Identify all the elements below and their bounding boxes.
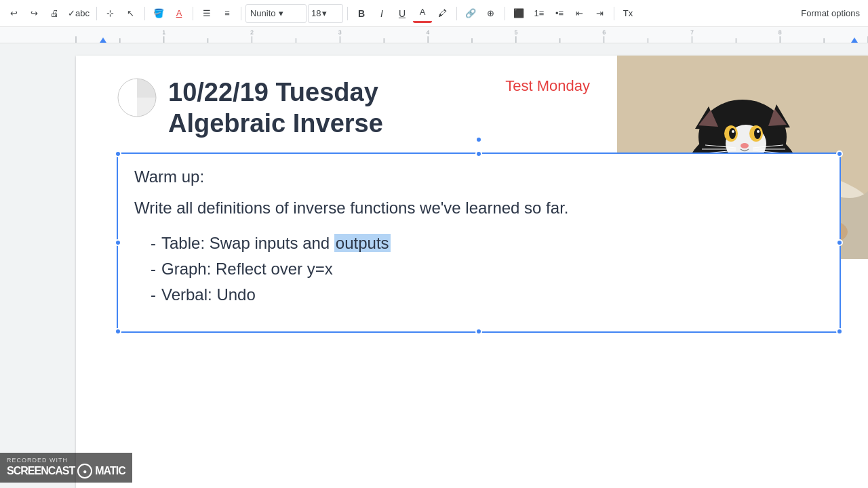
format-options-label[interactable]: Format options <box>801 8 860 18</box>
chevron-down-icon: ▾ <box>279 8 283 18</box>
test-monday-container: Test Monday <box>505 77 590 100</box>
recorded-with-label: RECORDED WITH <box>7 457 125 464</box>
svg-point-10 <box>729 128 736 139</box>
handle-mid-right[interactable] <box>836 239 843 246</box>
unordered-list-button[interactable]: •≡ <box>550 4 569 23</box>
brand-label: SCREENCAST <box>7 465 75 477</box>
svg-point-14 <box>741 143 749 148</box>
handle-top-center-box[interactable] <box>475 150 482 157</box>
undo-button[interactable]: ↩ <box>4 4 23 23</box>
indent-less-button[interactable]: ⇤ <box>570 4 589 23</box>
select-button[interactable]: ⊹ <box>101 4 120 23</box>
bullet-list: - Table: Swap inputs and outputs - Graph… <box>134 234 823 304</box>
separator-8 <box>614 7 614 20</box>
svg-point-13 <box>757 130 760 133</box>
dash-1: - <box>151 234 156 253</box>
align-left-button[interactable]: ☰ <box>197 4 216 23</box>
highlighted-word: outputs <box>334 234 391 252</box>
handle-top-center[interactable] <box>475 136 482 143</box>
ruler-canvas <box>0 27 868 43</box>
separator-2 <box>144 7 145 20</box>
link-button[interactable]: 🔗 <box>461 4 480 23</box>
document-page: 10/22/19 Tuesday Algebraic Inverse <box>76 56 868 488</box>
title-section: 10/22/19 Tuesday Algebraic Inverse <box>117 77 841 139</box>
list-item: - Graph: Reflect over y=x <box>151 260 823 279</box>
handle-bot-center[interactable] <box>475 328 482 335</box>
font-selector[interactable]: Nunito ▾ <box>245 4 307 23</box>
italic-button[interactable]: I <box>372 4 391 23</box>
page-area: 10/22/19 Tuesday Algebraic Inverse <box>0 43 868 488</box>
suffix-label: MATIC <box>95 465 125 477</box>
bold-button[interactable]: B <box>352 4 371 23</box>
text-color-a-button[interactable]: A <box>413 4 432 23</box>
clear-format-button[interactable]: Tx <box>618 4 637 23</box>
handle-bot-left[interactable] <box>115 328 121 335</box>
underline-button[interactable]: U <box>393 4 412 23</box>
svg-point-12 <box>732 130 734 133</box>
separator-4 <box>241 7 241 20</box>
toolbar: ↩ ↪ 🖨 ✓abc ⊹ ↖ 🪣 A ☰ ≡ Nunito ▾ 18 ▾ B I… <box>0 0 868 27</box>
title-left: 10/22/19 Tuesday Algebraic Inverse <box>117 77 383 139</box>
ruler <box>0 27 868 43</box>
highlight-color-button[interactable]: 🖍 <box>433 4 452 23</box>
ordered-list-button[interactable]: 1≡ <box>530 4 549 23</box>
handle-top-left[interactable] <box>115 150 121 157</box>
cursor-button[interactable]: ↖ <box>121 4 140 23</box>
spellcheck-button[interactable]: ✓abc <box>65 4 92 23</box>
indent-more-button[interactable]: ⇥ <box>591 4 610 23</box>
bullet-text-3: Verbal: Undo <box>161 285 256 304</box>
align-button[interactable]: ⬛ <box>509 4 528 23</box>
list-item: - Table: Swap inputs and outputs <box>151 234 823 253</box>
separator-3 <box>193 7 193 20</box>
screencast-watermark: RECORDED WITH SCREENCAST ● MATIC <box>0 453 132 483</box>
separator-7 <box>505 7 505 20</box>
chevron-down-icon-2: ▾ <box>322 8 327 18</box>
list-item: - Verbal: Undo <box>151 285 823 304</box>
add-image-button[interactable]: ⊕ <box>481 4 500 23</box>
handle-mid-left[interactable] <box>115 239 121 246</box>
title-text: 10/22/19 Tuesday Algebraic Inverse <box>168 77 383 139</box>
text-color-button[interactable]: A <box>170 4 189 23</box>
handle-bot-right[interactable] <box>836 328 843 335</box>
brand-circle-icon: ● <box>77 464 92 479</box>
bullet-text-1: Table: Swap inputs and outputs <box>161 234 391 253</box>
separator-5 <box>347 7 348 20</box>
warmup-heading: Warm up: <box>134 167 823 186</box>
circle-graphic <box>117 77 157 118</box>
content-textbox[interactable]: Warm up: Write all definitions of invers… <box>117 152 841 333</box>
print-button[interactable]: 🖨 <box>45 4 64 23</box>
warmup-instruction: Write all definitions of inverse functio… <box>134 199 823 218</box>
test-monday-label: Test Monday <box>505 77 590 95</box>
separator-1 <box>96 7 97 20</box>
dash-3: - <box>151 285 156 304</box>
separator-6 <box>456 7 457 20</box>
bullet-text-2: Graph: Reflect over y=x <box>161 260 333 279</box>
svg-point-11 <box>754 128 761 139</box>
align-center-button[interactable]: ≡ <box>218 4 237 23</box>
redo-button[interactable]: ↪ <box>24 4 43 23</box>
watermark-text: RECORDED WITH SCREENCAST ● MATIC <box>7 457 125 479</box>
document-title: 10/22/19 Tuesday Algebraic Inverse <box>168 77 383 139</box>
paint-bucket-button[interactable]: 🪣 <box>149 4 168 23</box>
font-size-selector[interactable]: 18 ▾ <box>308 4 343 23</box>
dash-2: - <box>151 260 156 279</box>
